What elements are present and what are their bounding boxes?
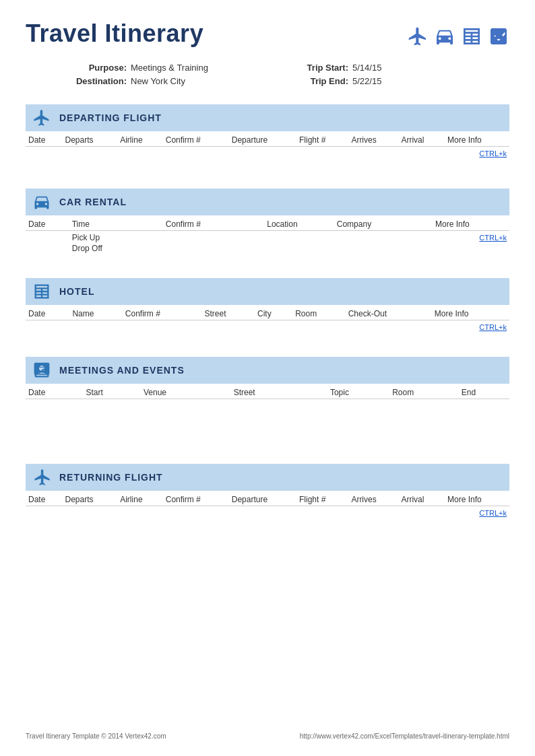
td-airline [117, 506, 163, 520]
departing-flight-header: DEPARTING FLIGHT [26, 104, 509, 131]
th-date: Date [26, 305, 69, 320]
header-icons [407, 26, 509, 50]
hotel-header: HOTEL [26, 278, 509, 305]
td-ctrl-link-car[interactable]: CTRL+k [433, 231, 509, 256]
th-departs: Departs [62, 491, 117, 506]
footer-right: http://www.vertex42.com/ExcelTemplates/t… [300, 732, 509, 740]
hotel-icon-header [461, 26, 482, 50]
td-name [69, 320, 122, 335]
th-airline: Airline [117, 491, 163, 506]
th-topic: Topic [327, 384, 389, 399]
trip-info-right: Trip Start: 5/14/15 Trip End: 5/22/15 [288, 63, 509, 90]
th-departure: Departure [229, 131, 296, 147]
car-icon-header [434, 26, 455, 50]
returning-flight-data-row: CTRL+k [26, 506, 509, 520]
th-street: Street [202, 305, 255, 320]
meetings-title: MEETINGS AND EVENTS [59, 365, 185, 376]
td-confirm [163, 506, 229, 520]
th-departure: Departure [229, 491, 296, 506]
th-more-info-hotel: More Info [432, 305, 509, 320]
pick-up-label: Pick Up [72, 233, 136, 242]
purpose-row: Purpose: Meetings & Training [66, 63, 288, 73]
td-room [292, 320, 345, 335]
td-confirm [139, 231, 264, 256]
car-rental-section: CAR RENTAL Date Time Confirm # Location … [26, 188, 509, 262]
th-time: Time [69, 215, 139, 231]
hotel-header-row: Date Name Confirm # Street City Room Che… [26, 305, 509, 320]
th-start: Start [83, 384, 140, 399]
returning-flight-title: RETURNING FLIGHT [59, 472, 163, 483]
th-street: Street [214, 384, 327, 399]
departing-flight-table: Date Departs Airline Confirm # Departure… [26, 131, 509, 172]
td-street [202, 320, 255, 335]
hotel-section: HOTEL Date Name Confirm # Street City Ro… [26, 278, 509, 341]
pickup-dropoff: Pick Up Drop Off [72, 233, 136, 253]
td-flight [296, 506, 348, 520]
meetings-data-row-1 [26, 399, 509, 411]
th-spacer [412, 215, 422, 231]
destination-value: New York City [131, 76, 185, 86]
th-name: Name [69, 305, 122, 320]
plane-icon-return [32, 468, 51, 487]
th-room: Room [292, 305, 345, 320]
th-departs: Departs [62, 131, 117, 147]
th-date: Date [26, 215, 69, 231]
th-venue: Venue [141, 384, 214, 399]
th-date: Date [26, 131, 62, 147]
th-arrives: Arrives [348, 491, 398, 506]
th-confirm: Confirm # [139, 215, 264, 231]
td-date [26, 506, 62, 520]
td-departure [229, 147, 296, 161]
hotel-title: HOTEL [59, 286, 94, 297]
td-ctrl-link-return[interactable]: CTRL+k [445, 506, 509, 520]
hotel-table: Date Name Confirm # Street City Room Che… [26, 305, 509, 341]
th-arrives: Arrives [348, 131, 398, 147]
trip-info-left: Purpose: Meetings & Training Destination… [66, 63, 288, 90]
th-arrival: Arrival [398, 131, 445, 147]
car-rental-empty-row [26, 255, 509, 262]
th-city: City [255, 305, 292, 320]
meetings-header: MEETINGS AND EVENTS [26, 357, 509, 384]
td-airline [117, 147, 163, 161]
departing-flight-data-row: CTRL+k [26, 147, 509, 161]
td-time: Pick Up Drop Off [69, 231, 139, 256]
td-spacer [412, 231, 422, 256]
car-rental-header-row: Date Time Confirm # Location Company Mor… [26, 215, 509, 231]
td-company [334, 231, 412, 256]
td-city [255, 320, 292, 335]
car-icon [32, 193, 51, 211]
destination-label: Destination: [66, 76, 127, 86]
trip-end-row: Trip End: 5/22/15 [288, 76, 509, 86]
footer-left: Travel Itinerary Template © 2014 Vertex4… [26, 732, 166, 740]
td-spacer2 [422, 231, 433, 256]
td-flight [296, 147, 348, 161]
th-date: Date [26, 384, 83, 399]
th-more-info-car: More Info [433, 215, 509, 231]
td-date [26, 147, 62, 161]
plane-icon [32, 108, 51, 127]
trip-start-row: Trip Start: 5/14/15 [288, 63, 509, 73]
th-room: Room [389, 384, 459, 399]
td-ctrl-link[interactable]: CTRL+k [445, 147, 509, 161]
td-confirm [163, 147, 229, 161]
meetings-header-row: Date Start Venue Street Topic Room End [26, 384, 509, 399]
td-ctrl-link-hotel[interactable]: CTRL+k [432, 320, 509, 335]
returning-flight-table: Date Departs Airline Confirm # Departure… [26, 491, 509, 532]
td-departs [62, 147, 117, 161]
meetings-section: MEETINGS AND EVENTS Date Start Venue Str… [26, 357, 509, 448]
td-confirm [123, 320, 202, 335]
th-company: Company [334, 215, 412, 231]
plane-icon-header [407, 26, 429, 50]
th-arrival: Arrival [398, 491, 445, 506]
hotel-empty-row [26, 334, 509, 341]
page-header: Travel Itinerary [26, 20, 509, 50]
page-title: Travel Itinerary [26, 20, 203, 47]
meetings-data-row-3 [26, 423, 509, 436]
td-arrival [398, 506, 445, 520]
th-more-info: More Info [445, 131, 509, 147]
footer: Travel Itinerary Template © 2014 Vertex4… [26, 732, 509, 740]
returning-flight-section: RETURNING FLIGHT Date Departs Airline Co… [26, 464, 509, 532]
hotel-icon [32, 282, 51, 301]
td-departs [62, 506, 117, 520]
td-arrival [398, 147, 445, 161]
